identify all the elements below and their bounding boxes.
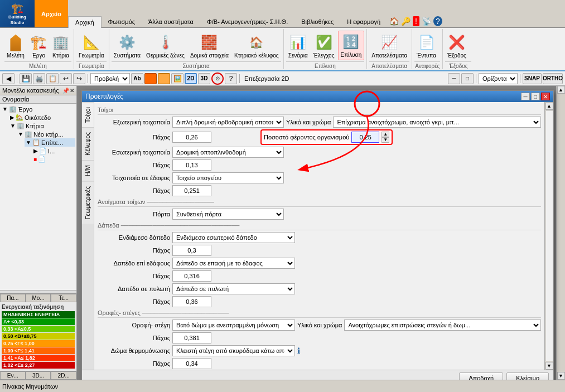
dialog-min-btn[interactable]: ─: [521, 93, 530, 100]
scroll-up-btn[interactable]: ▲: [557, 86, 565, 94]
key-icon[interactable]: 🔑: [401, 17, 411, 26]
sidebar-toggle-btn[interactable]: ◀: [2, 73, 15, 84]
toolbar-btn-redo[interactable]: ↪: [73, 73, 85, 84]
toolbar-btn-copy[interactable]: 📋: [46, 73, 59, 84]
ribbon-btn-exit[interactable]: ❌ Έξοδος: [445, 32, 469, 60]
alert-icon[interactable]: !: [413, 16, 419, 26]
ribbon-btn-zones[interactable]: 🌡️ Θερμικές ζώνες: [144, 32, 187, 60]
spinner-up-btn[interactable]: ▲: [382, 132, 389, 137]
toolbar-btn-save[interactable]: 💾: [20, 73, 32, 84]
ortho-btn[interactable]: ORTHO: [543, 73, 563, 84]
help-icon[interactable]: ?: [433, 16, 442, 26]
insulation-thickness-input[interactable]: [172, 358, 211, 369]
snap-btn[interactable]: SNAP: [523, 73, 542, 84]
panel-close-btn[interactable]: ✕: [70, 88, 74, 94]
ribbon-btn-check[interactable]: ✅ Έλεγχος: [311, 32, 337, 60]
dialog-scroll-down[interactable]: ▼: [545, 362, 553, 370]
ribbon-btn-buildings[interactable]: 🏢 Κτήρια: [50, 32, 71, 60]
rss-icon[interactable]: 📡: [422, 17, 431, 26]
accept-btn[interactable]: Αποδοχή: [459, 372, 503, 380]
menu-tab-app[interactable]: Η εφαρμογή: [340, 16, 387, 27]
scroll-down-btn[interactable]: ▼: [557, 372, 565, 380]
tree-node-plot[interactable]: ▶ 🏡 Οικόπεδο: [9, 113, 75, 122]
right-scrollbar[interactable]: ▲ ▼: [556, 86, 565, 380]
bottom-tab-2d[interactable]: 2D...: [51, 371, 76, 380]
vert-tab-walls[interactable]: Τοίχοι: [82, 102, 94, 127]
percent-input[interactable]: [351, 132, 379, 143]
pilotis-floor-select[interactable]: Δάπεδο σε πυλωτή: [172, 283, 295, 294]
ribbon-btn-envelope[interactable]: 🏠 Κτηριακό κέλυφος: [232, 32, 281, 60]
ribbon-btn-geometry[interactable]: 📐 Γεωμετρία: [76, 32, 107, 60]
ribbon-group-review: 📊 Σενάρια ✅ Έλεγχος 🔢 Επίλυση Επίλυση: [284, 29, 368, 69]
int-wall-select[interactable]: Δρομική οπτοπλινθοδομή: [172, 147, 284, 158]
tree-node-floor[interactable]: ▼ 📋 Επίπε...: [25, 138, 75, 147]
toolbar-btn-help[interactable]: ?: [225, 73, 237, 84]
sidebar-tab-0[interactable]: Πα...: [0, 294, 26, 302]
toolbar-btn-max[interactable]: □: [461, 73, 474, 84]
toolbar-btn-print[interactable]: 🖨️: [33, 73, 45, 84]
bottom-tab-3d[interactable]: 3D...: [26, 371, 51, 380]
int-thickness-input[interactable]: [172, 159, 211, 171]
thickness-input[interactable]: [172, 132, 211, 143]
menu-tab-home[interactable]: Αρχική: [68, 16, 101, 28]
spinner-down-btn[interactable]: ▼: [382, 137, 389, 143]
intermediate-floor-select[interactable]: Ενδιάμεσο εσωτερικό δάπεδο: [172, 232, 295, 243]
menu-tab-lighting[interactable]: Φωτισμός: [102, 16, 142, 27]
ground-floor-select[interactable]: Δάπεδο σε επαφή με το έδαφος: [172, 258, 295, 269]
toolbar-btn-undo[interactable]: ↩: [60, 73, 72, 84]
ground-thickness-input[interactable]: [172, 270, 211, 282]
dialog-scroll-up[interactable]: ▲: [545, 102, 553, 110]
roof-select[interactable]: Βατό δώμα με ανεστραμμένη μόνωση: [172, 320, 295, 331]
tree-node-item1[interactable]: ▶ 📄 Ι...: [32, 147, 75, 155]
dialog-scrollbar[interactable]: ▲ ▼: [544, 102, 553, 370]
tree-node-item2[interactable]: ■ 📄: [32, 155, 75, 163]
buildings-label: Κτήρια: [52, 52, 69, 59]
bottom-tab-energy[interactable]: Εν...: [0, 371, 26, 380]
toolbar-btn-color1[interactable]: [144, 73, 157, 84]
menu-tab-file[interactable]: Αρχείο: [35, 0, 68, 27]
foundation-wall-select[interactable]: Τοιχείο υπογείου: [172, 172, 284, 183]
ribbon-btn-study[interactable]: Μελέτη: [4, 32, 27, 60]
dialog-max-btn[interactable]: □: [531, 93, 540, 100]
toolbar-btn-img[interactable]: 🖼️: [171, 73, 183, 84]
roof-material-select[interactable]: Ανοιχτόχρωμες επιστρώσεις στεγών ή δωμ..…: [344, 320, 541, 331]
close-btn[interactable]: Κλείσιμο: [506, 372, 549, 380]
menu-tab-pv[interactable]: Φ/Β- Ανεμογεννήτριες- Σ.Η.Θ.: [200, 16, 294, 27]
pilotis-thickness-input[interactable]: [172, 296, 211, 307]
roof-thickness-input[interactable]: [172, 332, 211, 343]
foundation-thickness-input[interactable]: [172, 185, 211, 196]
ribbon-btn-solve[interactable]: 🔢 Επίλυση: [338, 31, 365, 60]
tree-node-buildings[interactable]: ▼ 🏢 Κτήρια: [9, 122, 75, 130]
ribbon-btn-reports[interactable]: 📄 Έντυπα: [414, 32, 438, 60]
ribbon-btn-results[interactable]: 📈 Αποτελέσματα: [369, 32, 409, 60]
vert-tab-envelope[interactable]: Κέλυφος: [82, 127, 94, 160]
intermediate-thickness-input[interactable]: [172, 245, 211, 256]
insulation-select[interactable]: Κλειστή στέγη από σκυρόδεμα κάτω από κ..…: [172, 345, 295, 356]
home-icon[interactable]: 🏠: [389, 17, 399, 26]
ribbon-btn-project[interactable]: 🏗️ Έργο: [28, 32, 49, 60]
material-select[interactable]: Επίχρισμα ανοιχτόχρωμο, ανοιχτό γκρι, μπ…: [333, 117, 541, 128]
tree-node-new-building[interactable]: ▼ 🏢 Νέο κτήρ...: [17, 130, 75, 138]
ribbon-btn-elements[interactable]: 🧱 Δομικά στοιχεία: [188, 32, 231, 60]
ribbon-btn-systems[interactable]: ⚙️ Συστήματα: [112, 32, 143, 60]
toolbar-btn-ab[interactable]: Ab: [131, 73, 143, 84]
dialog-close-btn[interactable]: ✕: [541, 93, 550, 100]
toolbar-btn-circled[interactable]: ⊙: [211, 72, 224, 85]
toolbar-btn-min[interactable]: ─: [448, 73, 460, 84]
sidebar-tab-1[interactable]: Μο...: [26, 294, 51, 302]
ribbon-btn-scenarios[interactable]: 📊 Σενάρια: [286, 32, 310, 60]
menu-tab-lib[interactable]: Βιβλιοθήκες: [294, 16, 340, 27]
vert-tab-geom[interactable]: Γεωμετρικές: [82, 181, 94, 224]
ext-wall-select[interactable]: Διπλή δρομική-ορθοδρομική οποτοπλινθοδομ…: [172, 117, 284, 128]
view-select[interactable]: Προβολή: [90, 73, 130, 84]
toolbar-btn-2d[interactable]: 2D: [185, 73, 197, 84]
vert-tab-hm[interactable]: Η/Μ: [82, 160, 94, 181]
tree-node-root[interactable]: ▼ 🏢 Έργο: [1, 105, 75, 113]
menu-tab-other[interactable]: Άλλα συστήματα: [142, 16, 200, 27]
panel-pin-btn[interactable]: 📌: [62, 88, 69, 94]
toolbar-btn-3d[interactable]: 3D: [198, 73, 210, 84]
toolbar-btn-color2[interactable]: [158, 73, 170, 84]
door-select[interactable]: Συνθετική πόρτα: [172, 209, 284, 220]
horizon-select[interactable]: Ορίζοντα: [479, 73, 518, 84]
sidebar-tab-2[interactable]: Τε...: [51, 294, 76, 302]
